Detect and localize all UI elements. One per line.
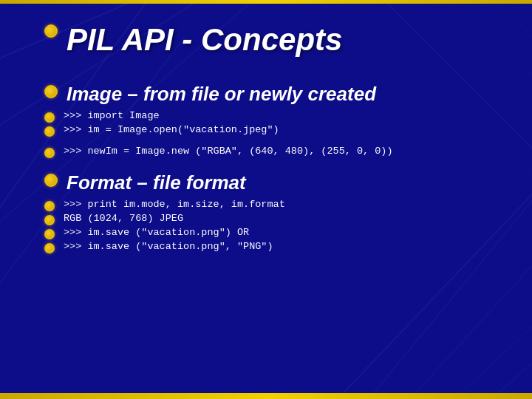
code-text-4: >>> print im.mode, im.size, im.format bbox=[64, 199, 285, 210]
code-bullet-7 bbox=[44, 243, 55, 253]
code-bullet-2 bbox=[44, 126, 55, 137]
code-line-5: RGB (1024, 768) JPEG bbox=[44, 213, 495, 225]
code-text-2: >>> im = Image.open("vacation.jpeg") bbox=[64, 124, 279, 135]
code-line-1: >>> import Image bbox=[44, 110, 495, 123]
code-line-4: >>> print im.mode, im.size, im.format bbox=[44, 199, 495, 211]
title-bullet bbox=[44, 24, 58, 38]
code-text-1: >>> import Image bbox=[64, 110, 160, 121]
code-text-3: >>> newIm = Image.new ("RGBA", (640, 480… bbox=[64, 146, 393, 157]
title-bullet-item: PIL API - Concepts bbox=[44, 22, 495, 78]
section-image-heading-item: Image – from file or newly created bbox=[44, 83, 495, 106]
code-text-6: >>> im.save ("vacation.png") OR bbox=[64, 227, 249, 238]
code-text-7: >>> im.save ("vacation.png", "PNG") bbox=[64, 241, 273, 252]
code-bullet-4 bbox=[44, 201, 55, 211]
section-image-heading: Image – from file or newly created bbox=[66, 83, 376, 106]
bottom-bar bbox=[0, 393, 532, 399]
slide-title: PIL API - Concepts bbox=[66, 22, 342, 58]
code-bullet-3 bbox=[44, 148, 55, 158]
slide-content: PIL API - Concepts Image – from file or … bbox=[0, 0, 532, 282]
section-format-heading-item: Format – file format bbox=[44, 171, 495, 194]
section-format-bullet bbox=[44, 174, 58, 187]
section-format-heading: Format – file format bbox=[66, 171, 246, 194]
code-text-5: RGB (1024, 768) JPEG bbox=[64, 213, 183, 224]
code-line-3: >>> newIm = Image.new ("RGBA", (640, 480… bbox=[44, 146, 495, 158]
code-line-7: >>> im.save ("vacation.png", "PNG") bbox=[44, 241, 495, 253]
code-bullet-6 bbox=[44, 229, 55, 239]
code-line-6: >>> im.save ("vacation.png") OR bbox=[44, 227, 495, 239]
code-bullet-5 bbox=[44, 215, 55, 225]
code-line-2: >>> im = Image.open("vacation.jpeg") bbox=[44, 124, 495, 137]
section-format: Format – file format >>> print im.mode, … bbox=[44, 171, 495, 253]
section-image-bullet bbox=[44, 85, 58, 98]
code-bullet-1 bbox=[44, 112, 55, 123]
section-image: Image – from file or newly created >>> i… bbox=[44, 83, 495, 158]
